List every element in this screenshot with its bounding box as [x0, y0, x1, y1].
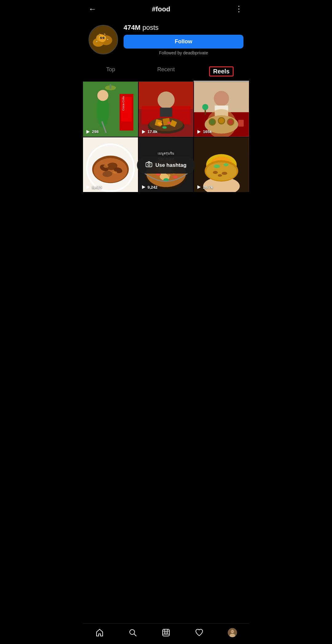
view-count: 165k: [203, 129, 212, 134]
view-count-overlay: 298: [85, 129, 99, 134]
svg-marker-70: [86, 185, 90, 189]
view-count-overlay: 165k: [196, 129, 212, 134]
camera-icon: [145, 161, 152, 169]
heart-icon: [195, 628, 204, 637]
nav-reels[interactable]: [158, 627, 174, 638]
svg-marker-42: [142, 130, 145, 134]
svg-point-40: [167, 122, 171, 124]
svg-point-23: [97, 90, 109, 101]
view-count-overlay: 17.8k: [141, 129, 158, 134]
reels-icon: [161, 628, 171, 637]
play-icon: [141, 129, 146, 134]
use-hashtag-label: Use hashtag: [155, 162, 186, 168]
svg-rect-99: [146, 163, 152, 167]
view-count-overlay: 9,242: [141, 185, 158, 190]
view-count-overlay: 26.7k: [196, 185, 213, 190]
header: ← #food ⋮: [83, 0, 249, 18]
svg-line-103: [134, 634, 136, 636]
svg-text:Coca-Cola: Coca-Cola: [121, 96, 125, 111]
home-icon: [95, 628, 104, 637]
tab-reels[interactable]: Reels: [194, 61, 249, 81]
svg-marker-28: [86, 130, 90, 134]
page-title: #food: [87, 5, 235, 13]
view-count: 26.7k: [203, 185, 213, 190]
svg-point-100: [148, 164, 150, 166]
svg-point-101: [150, 163, 151, 164]
content-grid: Coca-Cola 298: [83, 82, 249, 192]
svg-point-68: [103, 165, 108, 168]
more-options-button[interactable]: ⋮: [235, 4, 243, 14]
svg-point-93: [214, 164, 220, 168]
svg-point-81: [173, 175, 178, 179]
tab-top[interactable]: Top: [83, 61, 138, 81]
svg-point-83: [168, 174, 170, 177]
search-icon: [128, 628, 137, 637]
view-count: 298: [92, 129, 99, 134]
svg-point-112: [231, 630, 234, 633]
svg-point-54: [228, 119, 234, 125]
play-icon: [196, 129, 201, 134]
svg-point-95: [213, 171, 218, 174]
profile-section: 474M posts Follow Followed by deadbpriva…: [83, 18, 249, 58]
grid-item[interactable]: 165k: [194, 82, 249, 137]
svg-point-115: [233, 631, 234, 632]
svg-rect-37: [162, 118, 170, 125]
avatar: [89, 25, 118, 54]
svg-point-114: [231, 631, 232, 632]
svg-point-9: [102, 38, 103, 39]
profile-info: 474M posts Follow Followed by deadbpriva…: [124, 24, 243, 55]
svg-point-92: [206, 162, 237, 181]
grid-item[interactable]: 26.7k: [194, 137, 249, 192]
tab-recent[interactable]: Recent: [138, 61, 194, 81]
svg-point-69: [113, 171, 117, 174]
svg-marker-85: [142, 185, 145, 189]
svg-marker-98: [197, 185, 201, 189]
view-count: 8,415: [92, 185, 102, 190]
stir-fry-thai: เมนูครุ่นจีน: [152, 151, 180, 156]
posts-count: 474M posts: [124, 24, 243, 32]
view-count: 9,242: [148, 185, 158, 190]
svg-point-50: [210, 119, 215, 125]
profile-avatar: [228, 628, 237, 637]
play-icon: [85, 129, 90, 134]
grid-item[interactable]: 8,415: [83, 137, 138, 192]
svg-point-32: [157, 92, 175, 109]
nav-search[interactable]: [124, 627, 141, 638]
followed-by-text: Followed by deadbprivate: [124, 50, 243, 55]
svg-point-63: [94, 158, 127, 182]
svg-point-41: [162, 126, 167, 129]
svg-point-106: [166, 632, 167, 633]
svg-point-94: [224, 163, 229, 166]
reels-tab-box: Reels: [209, 66, 233, 77]
svg-point-57: [202, 104, 208, 110]
svg-point-96: [222, 172, 227, 175]
grid-item[interactable]: Coca-Cola 298: [83, 82, 138, 137]
svg-point-52: [219, 118, 224, 124]
view-count-overlay: 8,415: [85, 185, 102, 190]
svg-point-7: [101, 37, 102, 38]
follow-button[interactable]: Follow: [124, 35, 243, 49]
bottom-navigation: [83, 623, 249, 644]
tabs: Top Recent Reels: [83, 61, 249, 82]
svg-point-8: [104, 37, 104, 38]
use-hashtag-button[interactable]: Use hashtag: [137, 157, 195, 174]
svg-point-45: [214, 91, 229, 106]
svg-rect-33: [160, 108, 172, 117]
play-icon: [85, 185, 90, 190]
svg-point-4: [99, 35, 106, 42]
nav-profile[interactable]: [224, 627, 241, 638]
svg-marker-58: [197, 130, 201, 134]
grid-item[interactable]: 17.8k: [139, 82, 194, 137]
play-icon: [141, 185, 146, 190]
svg-point-97: [218, 174, 222, 177]
nav-home[interactable]: [91, 627, 108, 638]
svg-rect-55: [238, 120, 244, 127]
nav-heart[interactable]: [191, 627, 208, 638]
play-icon: [196, 185, 201, 190]
view-count: 17.8k: [148, 129, 158, 134]
